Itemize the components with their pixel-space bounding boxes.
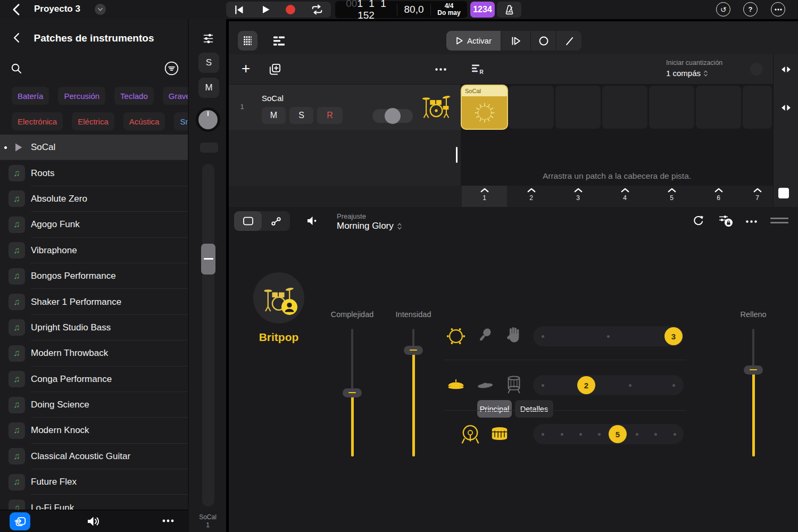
drummer-avatar[interactable] — [253, 272, 304, 323]
project-menu-chevron-icon[interactable] — [95, 4, 106, 15]
play-button[interactable] — [260, 4, 271, 15]
hand-clap-icon[interactable] — [505, 326, 523, 344]
patch-row[interactable]: ♫Vibraphone — [0, 238, 188, 263]
kick-drum-icon[interactable] — [460, 423, 481, 446]
percussion-pattern-slider[interactable]: 3 — [533, 326, 684, 346]
scene-trigger-arrows-icon[interactable] — [780, 104, 792, 111]
skip-to-start-button[interactable] — [234, 4, 245, 15]
shaker-icon[interactable] — [476, 326, 494, 345]
tag-electronica[interactable]: Electrónica — [12, 112, 63, 130]
tambourine-icon[interactable] — [446, 326, 466, 346]
ruler-col-6[interactable]: 6 — [696, 186, 741, 207]
patch-row[interactable]: ♫Shaker 1 Performance — [0, 289, 188, 314]
record-button[interactable] — [286, 5, 295, 14]
patch-row[interactable]: ♫Agogo Funk — [0, 212, 188, 237]
preview-volume-icon[interactable] — [86, 515, 101, 528]
cell-edit-view-button[interactable] — [234, 211, 262, 231]
count-in-button[interactable]: 1234 — [470, 2, 495, 18]
patch-row[interactable]: ♫Roots — [0, 160, 188, 186]
edit-pencil-button[interactable] — [556, 31, 581, 51]
help-button[interactable]: ? — [743, 2, 758, 16]
intensity-handle[interactable] — [404, 346, 423, 355]
cell-socal-active[interactable]: SoCal — [462, 86, 507, 129]
more-options-button[interactable] — [771, 2, 785, 16]
tag-graves[interactable]: Graves — [163, 87, 188, 105]
percussion-pattern-value[interactable]: 3 — [664, 327, 683, 345]
cymbals-pattern-slider[interactable]: 2 — [533, 375, 684, 395]
browser-more-icon[interactable] — [162, 519, 174, 522]
empty-cell[interactable] — [509, 86, 554, 129]
settings-locked-icon[interactable] — [718, 214, 734, 228]
cell-volume-icon[interactable] — [306, 215, 318, 226]
drums-pattern-slider[interactable]: 5 — [533, 424, 684, 444]
mute-button[interactable]: M — [198, 78, 219, 98]
row-record-indicator[interactable] — [750, 63, 763, 76]
ruler-col-5[interactable]: 5 — [649, 186, 694, 207]
patch-row[interactable]: ♫Conga Performance — [0, 367, 188, 392]
tag-electrica[interactable]: Eléctrica — [72, 112, 114, 130]
tag-teclado[interactable]: Teclado — [114, 87, 154, 105]
project-title[interactable]: Proyecto 3 — [34, 4, 80, 14]
patch-row[interactable]: ♫Upright Studio Bass — [0, 315, 188, 340]
track-header-socal[interactable]: 1 SoCal M S R — [229, 85, 461, 130]
preview-play-icon[interactable] — [14, 143, 23, 152]
tag-bateria[interactable]: Batería — [12, 87, 49, 105]
floor-tom-icon[interactable] — [505, 374, 523, 395]
duplicate-track-button[interactable] — [268, 63, 281, 76]
track-mute-button[interactable]: M — [262, 107, 286, 124]
drums-pattern-value[interactable]: 5 — [609, 425, 627, 443]
editor-more-icon[interactable] — [746, 220, 757, 223]
quantize-start-select[interactable]: 1 compás — [666, 69, 741, 78]
ruler-col-1[interactable]: 1 — [462, 186, 507, 207]
track-record-enable-button[interactable]: R — [317, 107, 343, 124]
ruler-col-4[interactable]: 4 — [602, 186, 647, 207]
solo-button[interactable]: S — [198, 53, 219, 73]
ruler-col-3[interactable]: 3 — [555, 186, 601, 207]
metronome-button[interactable] — [497, 2, 521, 18]
volume-fader-cap[interactable] — [201, 244, 215, 275]
tracks-view-button[interactable] — [267, 31, 290, 51]
ruler-col-2[interactable]: 2 — [509, 186, 554, 207]
track-solo-button[interactable]: S — [289, 107, 313, 124]
remix-rows-icon[interactable]: R — [471, 63, 485, 75]
search-icon[interactable] — [10, 62, 22, 74]
regenerate-icon[interactable] — [693, 215, 704, 227]
step-play-button[interactable] — [501, 31, 530, 51]
tab-principal[interactable]: Principal — [477, 400, 512, 418]
empty-cell[interactable] — [696, 86, 741, 129]
load-patch-button[interactable] — [10, 512, 30, 530]
automation-view-button[interactable] — [262, 211, 290, 231]
stop-all-button[interactable] — [778, 188, 789, 198]
panel-resize-handle[interactable] — [770, 218, 788, 224]
patch-row[interactable]: ♫Modern Knock — [0, 418, 188, 443]
track-volume-slider[interactable] — [372, 109, 413, 123]
patch-row[interactable]: ♫Absolute Zero — [0, 186, 188, 212]
tab-detalles[interactable]: Detalles — [515, 400, 553, 418]
track-volume-knob[interactable] — [385, 108, 401, 124]
tag-acustica[interactable]: Acústica — [123, 112, 165, 130]
undo-button[interactable]: ↺ — [716, 2, 730, 16]
ride-cymbal-icon[interactable] — [475, 379, 496, 391]
patch-row[interactable]: ♫Doing Science — [0, 392, 188, 418]
drummer-style-name[interactable]: Britpop — [236, 331, 321, 344]
patch-row[interactable]: ♫Classical Acoustic Guitar — [0, 444, 188, 469]
divider-drag-handle[interactable] — [456, 147, 458, 163]
complexity-handle[interactable] — [343, 388, 362, 397]
scene-trigger-arrows-icon[interactable] — [780, 66, 792, 73]
cymbals-pattern-value[interactable]: 2 — [577, 376, 595, 394]
grid-view-button[interactable] — [238, 31, 257, 51]
add-track-button[interactable]: + — [242, 60, 250, 78]
pan-knob[interactable] — [196, 107, 220, 132]
ruler-col-7[interactable]: 7 — [743, 186, 772, 207]
activate-cell-button[interactable]: Activar — [446, 31, 501, 51]
record-cell-button[interactable] — [530, 31, 556, 51]
snare-drum-icon[interactable] — [488, 426, 511, 444]
cycle-loop-button[interactable] — [311, 4, 323, 15]
patch-row-partial[interactable]: ♫Lo-Fi Funk — [0, 495, 188, 510]
volume-fader[interactable] — [202, 164, 214, 506]
empty-cell[interactable] — [602, 86, 647, 129]
tag-smooth[interactable]: Smooth — [174, 112, 188, 130]
fills-handle[interactable] — [744, 365, 763, 375]
empty-cell-partial[interactable] — [743, 86, 772, 129]
patch-row-selected[interactable]: SoCal — [0, 135, 188, 160]
